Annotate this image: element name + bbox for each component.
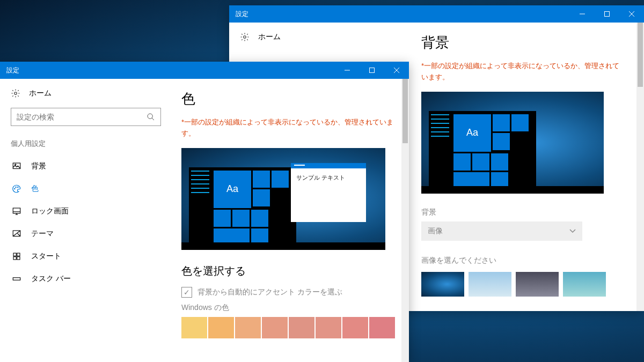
- svg-rect-23: [17, 253, 20, 256]
- preview-aa-text: Aa: [226, 183, 238, 195]
- dropdown-value: 画像: [428, 226, 443, 236]
- sidebar-item-0[interactable]: 背景: [11, 155, 161, 178]
- preview-aa-text: Aa: [466, 127, 478, 138]
- svg-point-4: [244, 36, 246, 39]
- warning-text: *一部の設定が組織によって非表示になっているか、管理されています。: [181, 117, 396, 139]
- svg-rect-24: [13, 257, 16, 260]
- checkbox-label: 背景から自動的にアクセント カラーを選ぶ: [197, 287, 342, 297]
- svg-rect-22: [13, 253, 16, 256]
- svg-point-14: [14, 188, 16, 189]
- checkbox-icon: [181, 287, 192, 298]
- gear-icon: [11, 88, 20, 98]
- close-button[interactable]: [619, 5, 644, 23]
- svg-rect-25: [17, 257, 20, 260]
- color-swatch[interactable]: [181, 317, 207, 338]
- sidebar-section-label: 個人用設定: [11, 139, 161, 149]
- nav-label: タスク バー: [31, 274, 71, 284]
- chevron-down-icon: [569, 229, 576, 233]
- image-thumbnails: [421, 272, 623, 297]
- page-title: 背景: [421, 33, 623, 52]
- sidebar-item-2[interactable]: ロック画面: [11, 200, 161, 223]
- svg-point-15: [16, 187, 17, 188]
- titlebar-text: 設定: [236, 10, 570, 19]
- image-thumbnail[interactable]: [469, 272, 511, 297]
- scrollbar-thumb[interactable]: [402, 79, 408, 143]
- svg-rect-1: [605, 12, 610, 17]
- nav-label: ロック画面: [31, 206, 69, 216]
- background-dropdown[interactable]: 画像: [421, 221, 582, 241]
- color-swatch[interactable]: [208, 317, 234, 338]
- home-row[interactable]: ホーム: [240, 32, 401, 42]
- settings-window-colors: 設定 ホーム 個人用設定 背景色ロック画面テーマスタートタスク バー 色 *一部…: [0, 62, 409, 362]
- titlebar-text: 設定: [6, 66, 335, 75]
- svg-point-10: [148, 114, 152, 119]
- svg-point-9: [14, 92, 17, 95]
- search-icon: [147, 113, 155, 121]
- image-thumbnail[interactable]: [516, 272, 559, 297]
- color-swatch[interactable]: [235, 317, 261, 338]
- color-swatch[interactable]: [262, 317, 288, 338]
- nav-label: スタート: [31, 252, 61, 261]
- svg-point-16: [18, 187, 19, 188]
- gear-icon: [240, 32, 250, 42]
- color-swatch[interactable]: [342, 317, 368, 338]
- minimize-button[interactable]: [335, 62, 360, 79]
- titlebar[interactable]: 設定: [0, 62, 409, 79]
- minimize-button[interactable]: [570, 5, 595, 23]
- close-button[interactable]: [384, 62, 409, 79]
- titlebar[interactable]: 設定: [229, 5, 644, 23]
- preview-sample-window: サンプル テキスト: [291, 163, 366, 222]
- sidebar-item-5[interactable]: タスク バー: [11, 268, 161, 290]
- maximize-button[interactable]: [360, 62, 384, 79]
- home-label: ホーム: [29, 88, 52, 98]
- svg-rect-26: [13, 278, 20, 280]
- color-swatch-row: [181, 317, 396, 338]
- nav-label: テーマ: [31, 229, 54, 239]
- color-preview: Aa サンプル テキスト: [181, 148, 385, 250]
- svg-point-13: [15, 164, 16, 165]
- svg-rect-12: [13, 163, 20, 169]
- maximize-button[interactable]: [595, 5, 619, 23]
- choose-image-label: 画像を選んでください: [421, 256, 623, 265]
- search-box[interactable]: [11, 108, 161, 126]
- sidebar-item-1[interactable]: 色: [11, 178, 161, 200]
- scrollbar[interactable]: [636, 23, 644, 311]
- nav-label: 背景: [31, 161, 46, 171]
- preview-sample-text: サンプル テキスト: [296, 174, 345, 181]
- nav-label: 色: [31, 184, 39, 194]
- background-preview: Aa: [421, 92, 604, 194]
- home-row[interactable]: ホーム: [11, 88, 161, 98]
- home-label: ホーム: [258, 32, 281, 42]
- warning-text: *一部の設定が組織によって非表示になっているか、管理されています。: [421, 61, 623, 83]
- sidebar-item-3[interactable]: テーマ: [11, 223, 161, 245]
- color-swatch[interactable]: [369, 317, 395, 338]
- svg-rect-6: [370, 68, 375, 73]
- page-title: 色: [181, 90, 396, 108]
- windows-color-label: Windows の色: [181, 303, 396, 313]
- sidebar-item-4[interactable]: スタート: [11, 245, 161, 268]
- background-field-label: 背景: [421, 208, 623, 217]
- scrollbar-thumb[interactable]: [638, 23, 643, 87]
- scrollbar[interactable]: [401, 79, 409, 362]
- search-input[interactable]: [17, 113, 147, 121]
- color-swatch[interactable]: [316, 317, 341, 338]
- color-swatch[interactable]: [289, 317, 314, 338]
- auto-accent-checkbox-row[interactable]: 背景から自動的にアクセント カラーを選ぶ: [181, 287, 396, 298]
- svg-line-11: [152, 118, 154, 120]
- image-thumbnail[interactable]: [421, 272, 464, 297]
- choose-color-heading: 色を選択する: [181, 264, 396, 278]
- image-thumbnail[interactable]: [563, 272, 606, 297]
- svg-rect-17: [13, 208, 20, 213]
